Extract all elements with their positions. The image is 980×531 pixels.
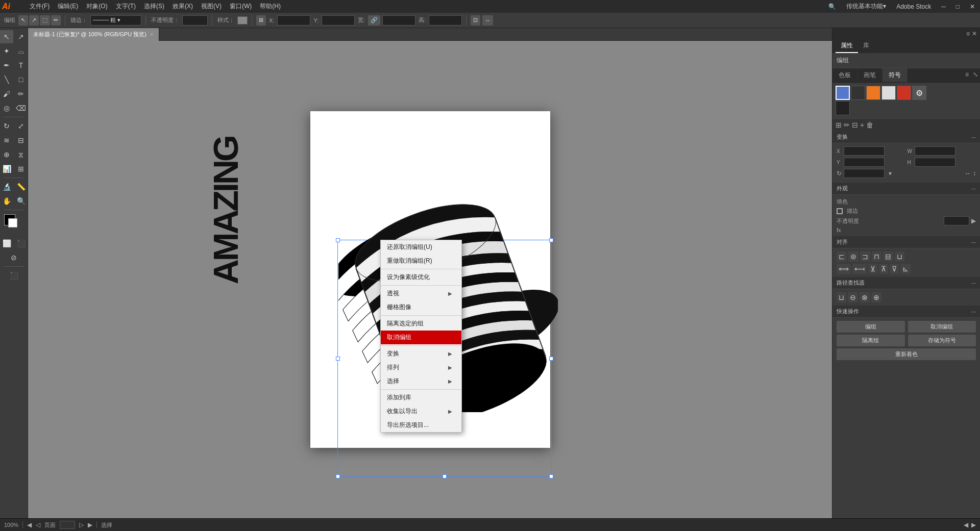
tab-close-btn[interactable]: ✕ (150, 28, 154, 41)
panel-settings-icon[interactable]: ≡ (966, 30, 970, 37)
sym-new-icon[interactable]: + (860, 121, 864, 129)
selection-tool[interactable]: ↖ (0, 30, 13, 43)
panel-expand-icon[interactable]: ⤡ (971, 68, 980, 82)
swatch-orange[interactable] (866, 86, 880, 100)
dist-h3-btn[interactable]: ⊽ (890, 264, 899, 274)
stroke-color-swatch[interactable] (8, 218, 17, 227)
status-left-btn[interactable]: ◀ (964, 521, 968, 528)
menu-select[interactable]: 选择(S) (140, 0, 168, 13)
align-center-h-btn[interactable]: ⊜ (848, 251, 859, 262)
direct-select-tool[interactable]: ↗ (14, 30, 28, 43)
close-icon[interactable]: ✕ (967, 3, 978, 10)
menu-edit[interactable]: 编辑(E) (54, 0, 82, 13)
last-page-btn[interactable]: ▷ (79, 521, 84, 528)
blob-tool[interactable]: ◎ (0, 102, 13, 115)
flip-h-icon[interactable]: ↔ (965, 170, 971, 177)
menu-text[interactable]: 文字(T) (112, 0, 140, 13)
menu-help[interactable]: 帮助(H) (256, 0, 285, 13)
y-coord-field[interactable]: 129.999 (844, 158, 885, 167)
quickactions-section-header[interactable]: 快速操作 ··· (832, 306, 980, 318)
zoom-tool[interactable]: 🔍 (14, 194, 28, 208)
free-distort-tool[interactable]: ⊟ (14, 134, 28, 147)
qa-ungroup-btn[interactable]: 取消编组 (908, 321, 976, 333)
brush-tool[interactable]: 🖌 (0, 87, 13, 100)
menu-object[interactable]: 对象(O) (82, 0, 111, 13)
swatch-red[interactable] (897, 86, 911, 100)
ctx-export-selected[interactable]: 导出所选项目... (381, 418, 461, 432)
swatch-gear[interactable]: ⚙ (912, 86, 926, 100)
gradient-btn[interactable]: ⬛ (14, 237, 28, 250)
dist-h2-btn[interactable]: ⊻ (868, 264, 877, 274)
stock-label[interactable]: 传统基本功能▾ (843, 2, 889, 11)
prev-page-btn[interactable]: ◀ (27, 521, 32, 528)
ctx-add-to-library[interactable]: 添加到库 (381, 391, 461, 404)
w-coord-field[interactable]: 108.395 (915, 146, 955, 156)
ctx-rasterize[interactable]: 栅格图像 (381, 300, 461, 314)
rotation-field[interactable]: 0° (844, 169, 885, 178)
slice-tool[interactable]: ⊞ (14, 162, 28, 175)
scale-tool[interactable]: ⤢ (14, 119, 28, 133)
dist-v-btn[interactable]: ⟻ (852, 264, 867, 274)
coord-btn[interactable]: ⊞ (256, 15, 266, 26)
handle-bl[interactable] (336, 474, 340, 478)
x-coord-input[interactable]: 108.831 (277, 15, 310, 26)
handle-br[interactable] (549, 474, 553, 478)
stroke-width-input[interactable] (90, 15, 141, 26)
swatch-dark-2[interactable] (836, 101, 850, 115)
minimize-icon[interactable]: ─ (938, 3, 949, 10)
page-number-input[interactable]: 1 (60, 521, 75, 529)
menu-file[interactable]: 文件(F) (26, 0, 54, 13)
align-right-btn[interactable]: ⊐ (860, 251, 870, 262)
opacity-input[interactable]: 100% (182, 15, 208, 26)
color-swatches-tab[interactable]: 色板 (832, 68, 857, 82)
align-to-btn[interactable]: ⊡ (471, 15, 480, 26)
brushes-tab[interactable]: 画笔 (857, 68, 883, 82)
align-top-btn[interactable]: ⊓ (872, 251, 881, 262)
align-center-v-btn[interactable]: ⊟ (883, 251, 893, 262)
flip-v-icon[interactable]: ↕ (973, 170, 976, 177)
warp-tool[interactable]: ≋ (0, 134, 13, 147)
ctx-isolate-group[interactable]: 隔离选定的组 (381, 317, 461, 331)
ctx-perspective[interactable]: 透视 ▶ (381, 287, 461, 300)
pen-tool[interactable]: ✒ (0, 59, 13, 72)
ctx-transform[interactable]: 变换 ▶ (381, 347, 461, 361)
y-coord-input[interactable]: 129.999 (322, 15, 355, 26)
qa-group-btn[interactable]: 编组 (837, 321, 905, 333)
active-tool-btn[interactable]: ✏ (51, 15, 61, 26)
direct-select-btn[interactable]: ↗ (29, 15, 39, 26)
h-input[interactable]: 155.716 (429, 15, 462, 26)
ctx-undo-ungroup[interactable]: 还原取消编组(U) (381, 240, 461, 254)
w-input[interactable]: 188.395 (382, 15, 415, 26)
ctx-select[interactable]: 选择 ▶ (381, 374, 461, 388)
lasso-tool[interactable]: ⌓ (14, 44, 28, 58)
sym-break-icon[interactable]: ⊟ (852, 121, 858, 129)
live-paint-tool[interactable]: ⧖ (14, 148, 28, 161)
swatch-dark[interactable] (851, 86, 865, 100)
symbols-tab[interactable]: 符号 (883, 68, 908, 82)
swatch-blue[interactable] (836, 86, 850, 100)
line-tool[interactable]: ╲ (0, 73, 13, 86)
transform-mode-btn[interactable]: ↔ (482, 15, 493, 26)
eraser-tool[interactable]: ⌫ (14, 102, 28, 115)
qa-isolate-btn[interactable]: 隔离组 (837, 335, 905, 346)
rotate-tool[interactable]: ↻ (0, 119, 13, 133)
align-section-header[interactable]: 对齐 ··· (832, 236, 980, 248)
maximize-icon[interactable]: □ (953, 3, 963, 10)
dist-v3-btn[interactable]: ⊾ (900, 264, 911, 274)
pencil-tool[interactable]: ✏ (14, 87, 28, 100)
first-page-btn[interactable]: ◁ (36, 521, 40, 528)
color-mode-btn[interactable]: ⬜ (0, 237, 13, 250)
sym-place-icon[interactable]: ⊞ (836, 121, 842, 129)
pf-unite-btn[interactable]: ⊔ (837, 292, 846, 302)
panel-collapse-icon[interactable]: ✕ (972, 30, 977, 37)
panel-menu-icon[interactable]: ≡ (963, 68, 971, 82)
appearance-section-header[interactable]: 外观 ··· (832, 183, 980, 195)
style-swatch[interactable] (237, 16, 248, 24)
opacity-field[interactable]: 100% (944, 216, 969, 225)
qa-recolor-btn[interactable]: 重新着色 (837, 348, 976, 360)
shape-builder-tool[interactable]: ⊕ (0, 148, 13, 161)
pathfinder-section-header[interactable]: 路径查找器 ··· (832, 277, 980, 289)
artboard-tool[interactable]: ⬛ (7, 269, 20, 282)
next-page-btn[interactable]: ▶ (88, 521, 92, 528)
search-icon[interactable]: 🔍 (825, 3, 839, 10)
